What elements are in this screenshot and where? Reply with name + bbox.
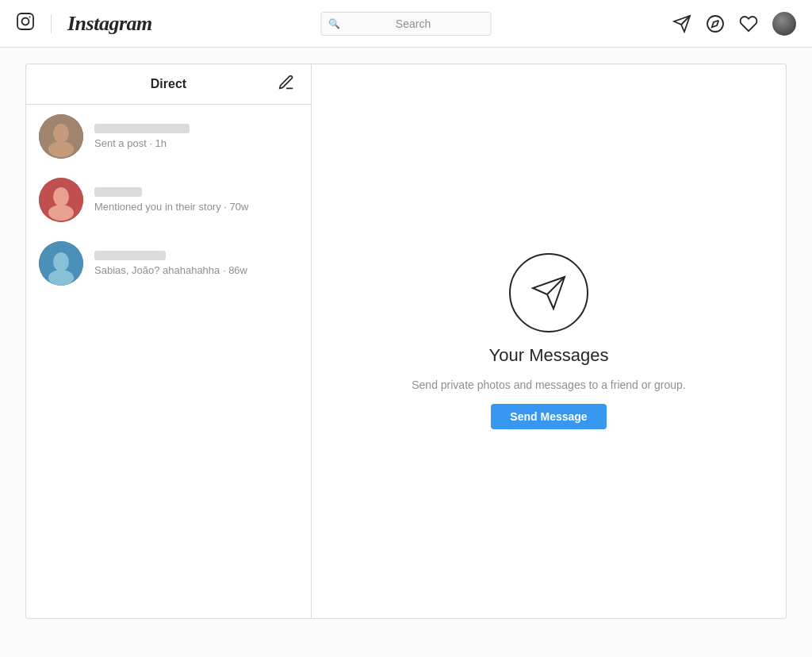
profile-avatar[interactable]: [772, 12, 796, 36]
svg-point-2: [29, 16, 31, 17]
conversation-item[interactable]: Sabias, João? ahahahahha · 86w: [26, 232, 311, 295]
right-panel: Your Messages Send private photos and me…: [312, 64, 786, 618]
svg-point-14: [53, 252, 69, 271]
conversation-preview: Sabias, João? ahahahahha · 86w: [94, 264, 298, 276]
left-panel: Direct: [26, 64, 312, 618]
svg-point-12: [48, 205, 74, 221]
instagram-icon: [16, 12, 35, 36]
conversation-name-blurred: [94, 251, 166, 260]
conversation-name-blurred: [94, 187, 142, 197]
messages-icon-circle: [509, 253, 588, 332]
messages-subtitle: Send private photos and messages to a fr…: [412, 378, 686, 391]
conversation-preview: Sent a post · 1h: [94, 137, 298, 149]
svg-rect-0: [17, 13, 33, 29]
svg-point-9: [48, 141, 74, 157]
conversation-item[interactable]: Sent a post · 1h: [26, 105, 311, 168]
conversation-info: Sent a post · 1h: [94, 124, 298, 149]
nav-actions: [672, 12, 796, 36]
direct-icon[interactable]: [672, 14, 691, 33]
svg-point-5: [707, 16, 723, 32]
nav-divider: [51, 14, 52, 33]
conversation-list: Sent a post · 1h Mentioned you i: [26, 105, 311, 618]
heart-icon[interactable]: [739, 14, 758, 33]
messages-title: Your Messages: [489, 345, 609, 366]
navigation: Instagram 🔍: [0, 0, 812, 48]
search-bar[interactable]: 🔍: [321, 12, 492, 36]
avatar: [39, 114, 83, 159]
avatar: [39, 178, 83, 222]
conversation-info: Mentioned you in their story · 70w: [94, 187, 298, 213]
direct-header: Direct: [26, 64, 311, 105]
svg-point-15: [48, 270, 74, 286]
search-input[interactable]: [321, 12, 492, 36]
conversation-name-blurred: [94, 124, 190, 133]
logo[interactable]: Instagram: [16, 12, 152, 36]
avatar: [39, 241, 83, 286]
conversation-item[interactable]: Mentioned you in their story · 70w: [26, 168, 311, 232]
compose-icon[interactable]: [278, 74, 295, 95]
compass-icon[interactable]: [706, 14, 725, 33]
instagram-wordmark: Instagram: [67, 12, 152, 36]
svg-point-11: [53, 187, 69, 206]
svg-point-1: [22, 17, 29, 25]
svg-point-8: [53, 124, 69, 143]
main-content: Direct: [0, 48, 812, 657]
direct-title: Direct: [151, 77, 186, 91]
conversation-preview: Mentioned you in their story · 70w: [94, 201, 298, 213]
conversation-info: Sabias, João? ahahahahha · 86w: [94, 251, 298, 276]
direct-container: Direct: [25, 63, 787, 619]
send-message-button[interactable]: Send Message: [491, 404, 606, 429]
